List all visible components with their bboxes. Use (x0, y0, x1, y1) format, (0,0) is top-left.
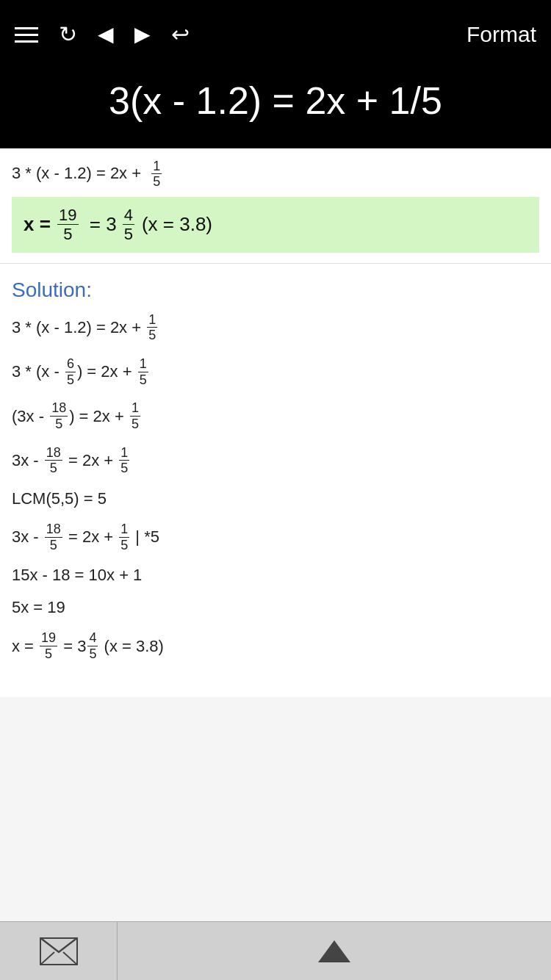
sol-final-frac: 195 (40, 630, 57, 661)
sol-frac-s2b: 15 (138, 356, 148, 387)
equation-display: 3(x - 1.2) = 2x + 1/5 (0, 69, 551, 148)
sol-step-9: x = 195 = 3 45 (x = 3.8) (12, 630, 539, 661)
sol-step-2: 3 * (x - 65 ) = 2x + 15 (12, 356, 539, 387)
back-icon[interactable]: ◀ (98, 24, 114, 45)
result-line-1: 3 * (x - 1.2) = 2x + 1 5 (12, 159, 539, 190)
solution-section: Solution: 3 * (x - 1.2) = 2x + 15 3 * (x… (0, 264, 551, 697)
bottom-bar (0, 921, 551, 980)
reload-icon[interactable]: ↻ (59, 24, 77, 46)
sol-step-6: 3x - 185 = 2x + 15 | *5 (12, 522, 539, 552)
result-frac-1-num: 1 (151, 159, 162, 175)
sol-frac-s4a: 185 (45, 445, 62, 476)
sol-step-5: LCM(5,5) = 5 (12, 489, 539, 508)
up-arrow-icon (318, 940, 350, 962)
mail-button[interactable] (0, 922, 118, 980)
answer-eq-sign: = 3 (84, 213, 117, 236)
undo-icon[interactable]: ↩ (171, 24, 190, 46)
hamburger-icon[interactable] (15, 27, 38, 43)
answer-frac: 19 5 (57, 206, 78, 244)
sol-final-mixed: 45 (87, 630, 98, 661)
result-frac-1: 1 5 (151, 159, 162, 190)
answer-mixed-den: 5 (123, 225, 134, 243)
up-button[interactable] (118, 922, 551, 980)
svg-line-1 (63, 952, 78, 965)
result-frac-1-den: 5 (151, 174, 162, 190)
top-bar-left: ↻ ◀ ▶ ↩ (15, 24, 190, 46)
sol-frac-s1: 15 (147, 312, 157, 343)
sol-step-8: 5x = 19 (12, 598, 539, 617)
forward-icon[interactable]: ▶ (134, 24, 151, 45)
sol-frac-s2a: 65 (65, 356, 76, 387)
svg-line-0 (40, 952, 54, 965)
answer-frac-num: 19 (57, 206, 78, 225)
result-section: 3 * (x - 1.2) = 2x + 1 5 x = 19 5 = 3 4 … (0, 148, 551, 264)
sol-step-3: (3x - 185 ) = 2x + 15 (12, 400, 539, 431)
sol-step-7: 15x - 18 = 10x + 1 (12, 566, 539, 585)
answer-label: x = (24, 213, 56, 236)
solution-label: Solution: (12, 278, 539, 302)
sol-frac-s4b: 15 (119, 445, 129, 476)
sol-step-1: 3 * (x - 1.2) = 2x + 15 (12, 312, 539, 343)
answer-decimal: (x = 3.8) (142, 213, 212, 236)
sol-frac-s6a: 185 (45, 522, 62, 552)
format-button[interactable]: Format (467, 22, 536, 47)
top-bar: ↻ ◀ ▶ ↩ Format (0, 0, 551, 69)
answer-frac-den: 5 (62, 225, 73, 243)
mail-icon (40, 937, 78, 965)
result-highlighted: x = 19 5 = 3 4 5 (x = 3.8) (12, 197, 539, 253)
answer-mixed-num: 4 (123, 206, 134, 225)
sol-frac-s6b: 15 (119, 522, 129, 552)
sol-step-4: 3x - 185 = 2x + 15 (12, 445, 539, 476)
sol-frac-s3b: 15 (130, 400, 140, 431)
sol-frac-s3a: 185 (50, 400, 68, 431)
answer-mixed-frac: 4 5 (123, 206, 134, 244)
main-equation: 3(x - 1.2) = 2x + 1/5 (15, 76, 536, 126)
mail-svg (40, 937, 78, 965)
